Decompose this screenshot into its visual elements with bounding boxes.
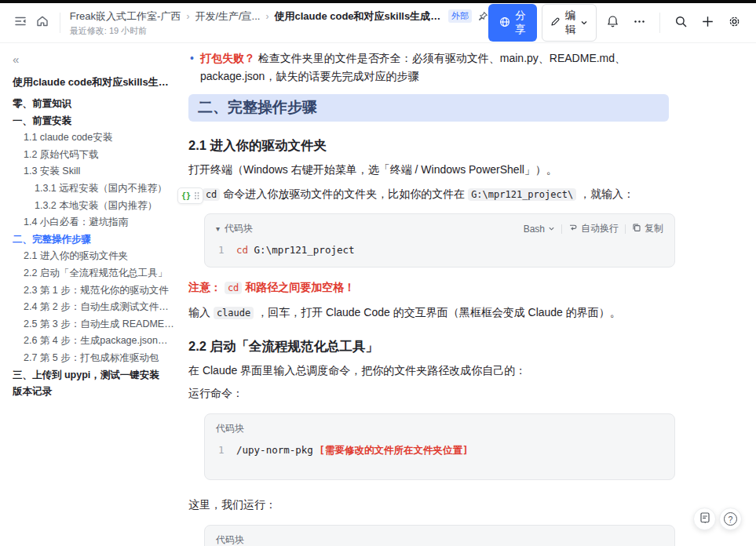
wrap-label: 自动换行 <box>581 222 619 235</box>
section-heading: 二、完整操作步骤 <box>188 94 669 122</box>
document-content: • 打包失败？ 检查文件夹里的文件是否齐全：必须有驱动文件、main.py、RE… <box>181 43 756 546</box>
help-fab-button[interactable]: ? <box>719 508 742 530</box>
toc-item-active[interactable]: 二、完整操作步骤 <box>13 231 176 249</box>
code-line: 1 cd G:\mpr121_project <box>216 244 663 256</box>
paragraph: 用 cd 命令进入你放驱动文件的文件夹，比如你的文件在 G:\mpr121_pr… <box>188 184 670 204</box>
code-block-cd: 代码块 Bash 自动换行 复制 1 cd G:\mpr121_project <box>204 213 675 268</box>
toc-item[interactable]: 2.7 第 5 步：打包成标准驱动包 <box>13 350 176 367</box>
breadcrumb-separator-icon <box>260 10 274 22</box>
wrap-toggle[interactable]: 自动换行 <box>568 222 619 235</box>
inline-code: G:\mpr121_project\ <box>468 188 576 201</box>
home-button[interactable] <box>31 12 53 34</box>
code-keyword: cd <box>236 244 248 256</box>
toc-item[interactable]: 2.4 第 2 步：自动生成测试文件main.py <box>13 299 176 316</box>
language-select[interactable]: Bash <box>524 224 555 235</box>
code-placeholder-red: [需要修改的文件所在文件夹位置] <box>319 444 468 456</box>
code-block-header: 代码块 <box>216 422 663 435</box>
toc-item[interactable]: 2.1 进入你的驱动文件夹 <box>13 248 176 265</box>
toc-item[interactable]: 2.3 第 1 步：规范化你的驱动文件 <box>13 282 176 300</box>
share-button[interactable]: 分享 <box>488 4 537 42</box>
code-snippet-handle[interactable]: {} <box>177 187 203 204</box>
toc-item[interactable]: 三、上传到 upypi，测试一键安装 <box>13 367 176 384</box>
comments-fab-button[interactable] <box>693 508 716 530</box>
notifications-button[interactable] <box>601 12 623 34</box>
code-text: /upy-norm-pkg [需要修改的文件所在文件夹位置] <box>236 444 468 457</box>
breadcrumb-item-folder[interactable]: 开发/生产/宣... <box>195 9 260 24</box>
home-icon <box>35 14 49 31</box>
pin-icon[interactable] <box>477 11 488 22</box>
inline-code: claude <box>214 307 254 319</box>
toc-item[interactable]: 2.2 启动「全流程规范化总工具」 <box>13 265 176 282</box>
language-value: Bash <box>524 224 545 235</box>
code-block-header: 代码块 Bash 自动换行 复制 <box>216 222 663 235</box>
toc-item[interactable]: 2.6 第 4 步：生成package.json配置文件 <box>13 333 176 350</box>
edit-button[interactable]: 编辑 <box>542 4 597 42</box>
breadcrumb-item-workspace[interactable]: Freak嵌入式工作室-广西 <box>70 9 181 24</box>
line-number: 1 <box>216 244 236 256</box>
inline-code: cd <box>225 282 242 294</box>
toc-item[interactable]: 一、前置安装 <box>13 113 176 130</box>
code-block-label[interactable]: 代码块 <box>216 222 253 235</box>
search-icon <box>674 15 688 31</box>
code-body: G:\mpr121_project <box>248 244 354 256</box>
toc-item[interactable]: 零、前置知识 <box>13 96 176 113</box>
code-line: 1 /upy-norm-pkg [需要修改的文件所在文件夹位置] <box>216 444 663 457</box>
code-block-label[interactable]: 代码块 <box>216 533 244 546</box>
toc-sidebar: « 使用claude code和对应skills生成规范... 零、前置知识 一… <box>0 43 181 546</box>
search-button[interactable] <box>670 12 692 34</box>
inline-code: cd <box>203 188 220 201</box>
wrap-icon <box>568 223 578 235</box>
header: Freak嵌入式工作室-广西 开发/生产/宣... 使用claude code和… <box>0 3 756 43</box>
globe-icon <box>499 16 510 30</box>
create-new-button[interactable] <box>696 12 718 34</box>
toc-item[interactable]: 1.4 小白必看：避坑指南 <box>13 214 176 231</box>
code-block-header: 代码块 <box>216 533 663 546</box>
warning-text: 打包失败？ <box>200 52 255 64</box>
toc-item[interactable]: 2.5 第 3 步：自动生成 README 说明文档 <box>13 316 176 333</box>
copy-label: 复制 <box>645 222 663 235</box>
toc-item[interactable]: 版本记录 <box>13 384 176 401</box>
settings-button[interactable] <box>723 12 745 34</box>
paragraph: 运行命令： <box>188 384 670 402</box>
ellipsis-icon <box>633 15 646 31</box>
curly-braces-icon: {} <box>181 191 191 200</box>
comment-doc-icon <box>699 511 711 527</box>
header-divider <box>60 13 60 33</box>
text: ，回车，打开 Claude Code 的交互界面（黑框框会变成 Claude 的… <box>254 306 621 318</box>
toc-item[interactable]: 1.3 安装 Skill <box>13 163 176 180</box>
code-block-tools: Bash 自动换行 复制 <box>524 222 663 235</box>
toc-item[interactable]: 1.1 claude code安装 <box>13 129 176 147</box>
toc-item[interactable]: 1.2 原始代码下载 <box>13 147 176 164</box>
copy-button[interactable]: 复制 <box>632 222 663 235</box>
toc-item[interactable]: 1.3.2 本地安装（国内推荐） <box>13 198 176 215</box>
paragraph: 这里，我们运行： <box>188 495 670 514</box>
more-button[interactable] <box>628 12 650 34</box>
code-block-label[interactable]: 代码块 <box>216 422 244 435</box>
toc-document-title[interactable]: 使用claude code和对应skills生成规范... <box>13 75 176 89</box>
note-body: 和路径之间要加空格！ <box>242 281 355 293</box>
header-actions: 分享 编辑 <box>488 4 745 42</box>
drag-handle-icon <box>195 192 196 194</box>
paragraph: 在 Claude 界面里输入总调度命令，把你的文件夹路径改成你自己的： <box>188 361 670 380</box>
body: « 使用claude code和对应skills生成规范... 零、前置知识 一… <box>0 43 756 546</box>
toc-item[interactable]: 1.3.1 远程安装（国内不推荐） <box>13 180 176 198</box>
list-item-text: 打包失败？ 检查文件夹里的文件是否齐全：必须有驱动文件、main.py、READ… <box>200 49 670 86</box>
paragraph: 输入 claude ，回车，打开 Claude Code 的交互界面（黑框框会变… <box>188 303 670 322</box>
note-prefix: 注意： <box>188 281 221 293</box>
help-icon: ? <box>724 512 737 526</box>
text: ，就输入： <box>576 187 634 200</box>
toggle-sidebar-button[interactable] <box>9 12 31 34</box>
line-number: 1 <box>216 444 236 457</box>
breadcrumb-item-document[interactable]: 使用claude code和对应skills生成规范化MicroPython外围… <box>274 9 442 24</box>
subsection-heading-2-1: 2.1 进入你的驱动文件夹 <box>188 137 756 155</box>
header-divider <box>659 13 660 33</box>
code-block-run-example: 代码块 1 /upy-norm-pkg G:\bmp280 <box>204 525 675 546</box>
text: 命令进入你放驱动文件的文件夹，比如你的文件在 <box>220 187 468 200</box>
breadcrumb-block: Freak嵌入式工作室-广西 开发/生产/宣... 使用claude code和… <box>70 9 488 37</box>
note-paragraph: 注意： cd 和路径之间要加空格！ <box>188 278 670 297</box>
edit-label: 编辑 <box>565 9 576 37</box>
collapse-sidebar-button[interactable]: « <box>13 53 28 66</box>
bell-icon <box>606 15 619 31</box>
external-badge: 外部 <box>448 9 472 23</box>
chevron-down-icon <box>580 17 588 29</box>
